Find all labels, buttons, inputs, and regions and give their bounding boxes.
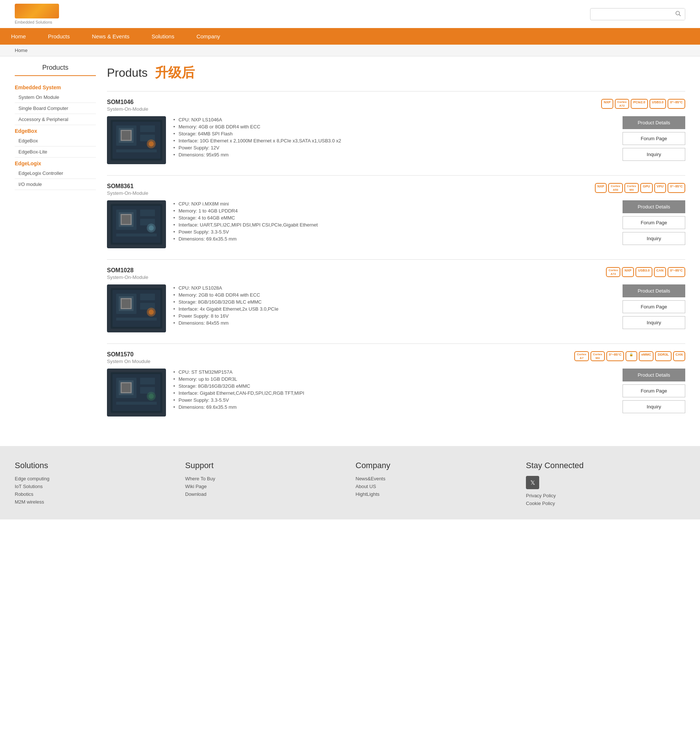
search-button[interactable] — [672, 8, 685, 20]
spec-item: Power Supply: 8 to 16V — [173, 312, 615, 320]
product-specs: CPU: ST STM32MP157AMemory: up to 1GB DDR… — [173, 369, 615, 410]
product-badge: DDR3L — [655, 351, 671, 361]
inquiry-button[interactable]: Inquiry — [623, 400, 685, 413]
product-details-button[interactable]: Product Details — [623, 200, 685, 213]
product-body: CPU: NXP LS1028AMemory: 2GB to 4GB DDR4 … — [107, 284, 685, 332]
footer-link-cookie[interactable]: Cookie Policy — [526, 501, 685, 506]
svg-rect-8 — [140, 125, 155, 132]
product-badge: eMMC — [639, 351, 654, 361]
footer-link-privacy[interactable]: Privacy Policy — [526, 493, 685, 498]
header: Embedded Solutions — [0, 0, 700, 28]
product-image — [107, 200, 166, 248]
footer-company-title: Company — [356, 461, 515, 470]
inquiry-button[interactable]: Inquiry — [623, 148, 685, 161]
product-actions: Product DetailsForum PageInquiry — [623, 369, 685, 413]
footer-link-iot[interactable]: IoT Solutions — [15, 484, 174, 489]
spec-item: Interface: UART,SPI,I2C,MIPI DSI,MPI CSI… — [173, 221, 615, 228]
forum-page-button[interactable]: Forum Page — [623, 216, 685, 229]
sidebar-item-edgelogix-controller[interactable]: EdgeLogix Controller — [15, 168, 96, 179]
product-badge: NXP — [595, 183, 607, 193]
footer-link-news-events[interactable]: News&Events — [356, 476, 515, 481]
product-badge: USB3.0 — [649, 99, 666, 109]
footer-link-wiki[interactable]: Wiki Page — [185, 484, 344, 489]
nav-home[interactable]: Home — [0, 28, 37, 45]
footer-link-download[interactable]: Download — [185, 492, 344, 497]
svg-rect-29 — [122, 299, 130, 308]
svg-rect-19 — [140, 209, 155, 216]
spec-item: Memory: up to 1GB DDR3L — [173, 375, 615, 383]
svg-rect-21 — [116, 234, 157, 237]
sidebar: Products Embedded System System On Modul… — [15, 64, 96, 427]
nav-solutions[interactable]: Solutions — [141, 28, 186, 45]
spec-item: Storage: 4 to 64GB eMMC — [173, 214, 615, 221]
footer: Solutions Edge computing IoT Solutions R… — [0, 446, 700, 519]
product-badge: CortexM4 — [591, 351, 605, 361]
product-badge: 🔒 — [625, 351, 637, 361]
forum-page-button[interactable]: Forum Page — [623, 132, 685, 145]
product-details-button[interactable]: Product Details — [623, 369, 685, 381]
search-input[interactable] — [591, 9, 672, 19]
product-badges: CortexA72NXPUSB3.0CAN0°~85°C — [606, 267, 685, 277]
footer-link-edge-computing[interactable]: Edge computing — [15, 476, 174, 481]
product-image — [107, 116, 166, 164]
navigation: Home Products News & Events Solutions Co… — [0, 28, 700, 45]
product-actions: Product DetailsForum PageInquiry — [623, 200, 685, 245]
forum-page-button[interactable]: Forum Page — [623, 300, 685, 313]
product-details-button[interactable]: Product Details — [623, 284, 685, 297]
product-type: System On Moudule — [107, 358, 574, 364]
product-badge: NXP — [601, 99, 613, 109]
product-name: SOM8361 — [107, 183, 595, 190]
footer-link-highlights[interactable]: HightLights — [356, 492, 515, 497]
logo[interactable] — [15, 4, 59, 18]
product-specs: CPU: NXP LS1028AMemory: 2GB to 4GB DDR4 … — [173, 284, 615, 326]
product-info: SOM1028System-On-Module — [107, 267, 606, 280]
sidebar-item-edgebox[interactable]: EdgeBox — [15, 135, 96, 146]
footer-link-where-to-buy[interactable]: Where To Buy — [185, 476, 344, 481]
spec-item: CPU: NXP LS1028A — [173, 284, 615, 292]
product-name: SOM1028 — [107, 267, 606, 274]
svg-rect-40 — [122, 383, 130, 392]
footer-link-m2m[interactable]: M2M wireless — [15, 499, 174, 505]
nav-news-events[interactable]: News & Events — [81, 28, 141, 45]
svg-point-23 — [149, 225, 154, 231]
sidebar-title: Products — [15, 64, 96, 76]
spec-item: Memory: 1 to 4GB LPDDR4 — [173, 207, 615, 214]
product-badge: CAN — [654, 267, 666, 277]
footer-support: Support Where To Buy Wiki Page Download — [185, 461, 344, 508]
spec-item: Storage: 8GB/16GB/32GB MLC eMMC — [173, 298, 615, 306]
spec-item: Interface: 4x Gigabit Ethernet,2x USB 3.… — [173, 306, 615, 312]
breadcrumb-home[interactable]: Home — [15, 48, 28, 53]
inquiry-button[interactable]: Inquiry — [623, 316, 685, 329]
sidebar-item-system-on-module[interactable]: System On Module — [15, 92, 96, 103]
forum-page-button[interactable]: Forum Page — [623, 384, 685, 397]
search-area — [590, 8, 685, 20]
spec-item: Memory: 2GB to 4GB DDR4 with ECC — [173, 292, 615, 298]
sidebar-item-edgebox-lite[interactable]: EdgeBox-Lite — [15, 146, 96, 158]
sidebar-item-io-module[interactable]: I/O module — [15, 179, 96, 190]
twitter-icon[interactable]: 𝕏 — [526, 476, 539, 489]
footer-link-robotics[interactable]: Robotics — [15, 492, 174, 497]
spec-item: Storage: 64MB SPI Flash — [173, 130, 615, 137]
svg-rect-18 — [122, 215, 130, 224]
product-name: SOM1570 — [107, 351, 574, 358]
sidebar-item-single-board-computer[interactable]: Single Board Computer — [15, 103, 96, 114]
product-info: SOM1046System-On-Module — [107, 99, 601, 112]
sidebar-category-edgebox: EdgeBox — [15, 125, 96, 135]
spec-item: Dimensions: 69.6x35.5 mm — [173, 404, 615, 410]
nav-products[interactable]: Products — [37, 28, 81, 45]
footer-company: Company News&Events About US HightLights — [356, 461, 515, 508]
content-area: Produts 升级后 SOM1046System-On-ModuleNXPCo… — [107, 64, 685, 427]
svg-point-12 — [149, 141, 154, 146]
spec-item: Storage: 8GB/16GB/32GB eMMC — [173, 383, 615, 390]
footer-link-about-us[interactable]: About US — [356, 484, 515, 489]
products-list: SOM1046System-On-ModuleNXPCortexA72PCIe2… — [107, 91, 685, 424]
product-body: CPU: ST STM32MP157AMemory: up to 1GB DDR… — [107, 369, 685, 416]
svg-rect-32 — [116, 318, 157, 321]
inquiry-button[interactable]: Inquiry — [623, 232, 685, 245]
nav-company[interactable]: Company — [186, 28, 231, 45]
product-info: SOM1570System On Moudule — [107, 351, 574, 364]
product-details-button[interactable]: Product Details — [623, 116, 685, 129]
spec-item: Power Supply: 3.3-5.5V — [173, 228, 615, 235]
product-name: SOM1046 — [107, 99, 601, 106]
sidebar-item-accessory-peripheral[interactable]: Accessory & Peripheral — [15, 114, 96, 125]
